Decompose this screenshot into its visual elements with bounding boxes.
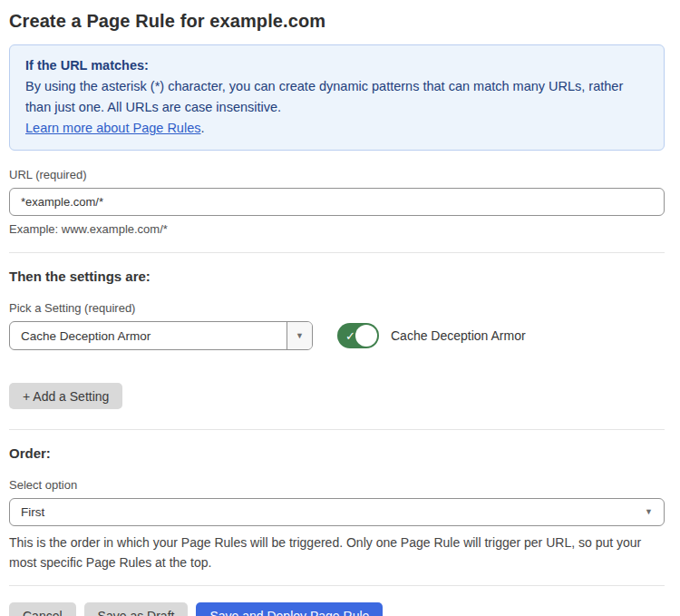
info-box-body: By using the asterisk (*) character, you… — [25, 76, 648, 118]
settings-section-heading: Then the settings are: — [9, 269, 665, 284]
setting-select-arrow-button[interactable]: ▼ — [287, 322, 312, 349]
order-select-label: Select option — [9, 478, 665, 492]
setting-select[interactable]: Cache Deception Armor ▼ — [9, 321, 313, 350]
info-box-link-line: Learn more about Page Rules. — [25, 118, 648, 139]
learn-more-link[interactable]: Learn more about Page Rules — [25, 121, 200, 135]
page-title: Create a Page Rule for example.com — [9, 11, 665, 32]
setting-picker-label: Pick a Setting (required) — [9, 301, 665, 315]
toggle-knob — [355, 325, 377, 347]
order-select-value: First — [21, 505, 44, 519]
check-icon: ✓ — [345, 330, 355, 342]
chevron-down-icon: ▼ — [296, 332, 304, 340]
save-and-deploy-button[interactable]: Save and Deploy Page Rule — [196, 602, 383, 616]
order-section-heading: Order: — [9, 445, 665, 461]
url-field-label: URL (required) — [9, 168, 665, 181]
cache-deception-armor-toggle[interactable]: ✓ — [337, 323, 379, 348]
order-helper-text: This is the order in which your Page Rul… — [9, 533, 665, 572]
url-example-helper: Example: www.example.com/* — [9, 222, 665, 236]
url-input[interactable] — [9, 188, 665, 216]
add-setting-button[interactable]: + Add a Setting — [9, 383, 122, 409]
setting-select-value: Cache Deception Armor — [10, 329, 287, 343]
save-as-draft-button[interactable]: Save as Draft — [84, 602, 189, 616]
footer-actions: Cancel Save as Draft Save and Deploy Pag… — [9, 602, 665, 616]
link-suffix: . — [200, 121, 204, 135]
setting-row: Cache Deception Armor ▼ ✓ Cache Deceptio… — [9, 321, 665, 350]
url-match-info-box: If the URL matches: By using the asteris… — [9, 44, 665, 151]
divider-settings-order — [9, 429, 665, 430]
chevron-down-icon: ▼ — [645, 508, 653, 516]
info-box-heading: If the URL matches: — [25, 55, 648, 76]
divider-footer — [9, 585, 665, 586]
cancel-button[interactable]: Cancel — [9, 602, 76, 616]
order-select[interactable]: First ▼ — [9, 498, 665, 526]
divider-url-settings — [9, 252, 665, 253]
toggle-label: Cache Deception Armor — [391, 328, 526, 343]
